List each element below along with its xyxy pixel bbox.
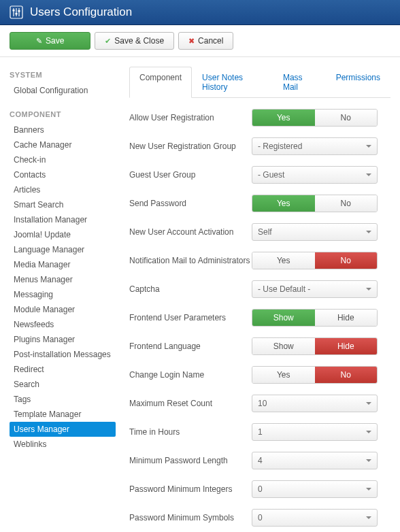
- label-guest-group: Guest User Group: [129, 170, 252, 180]
- sidebar-item-joomla-update[interactable]: Joomla! Update: [10, 227, 116, 242]
- sidebar-item-global-config[interactable]: Global Configuration: [10, 83, 116, 98]
- tab-component[interactable]: Component: [129, 67, 192, 98]
- row-pw-min-int: Password Minimum Integers0: [129, 480, 390, 498]
- row-reg-group: New User Registration Group- Registered: [129, 137, 390, 155]
- toggle-opt-allow-reg-0[interactable]: Yes: [252, 110, 315, 126]
- label-reg-group: New User Registration Group: [129, 142, 252, 151]
- select-pw-min-int[interactable]: 0: [252, 480, 378, 498]
- toggle-opt-notif-admin-0[interactable]: Yes: [252, 252, 315, 269]
- page-title: Users Configuration: [30, 5, 132, 19]
- toggle-opt-fe-lang-1[interactable]: Hide: [315, 338, 378, 354]
- sidebar-item-smart-search[interactable]: Smart Search: [10, 197, 116, 212]
- sidebar-item-users-manager[interactable]: Users Manager: [10, 422, 116, 437]
- sidebar-item-cache-manager[interactable]: Cache Manager: [10, 137, 116, 152]
- row-notif-admin: Notification Mail to AdministratorsYesNo: [129, 252, 390, 269]
- toggle-opt-allow-reg-1[interactable]: No: [315, 110, 378, 126]
- select-pw-min-sym[interactable]: 0: [252, 509, 378, 527]
- sidebar-item-module-manager[interactable]: Module Manager: [10, 302, 116, 317]
- svg-rect-4: [13, 10, 15, 12]
- sidebar-item-contacts[interactable]: Contacts: [10, 167, 116, 182]
- toggle-opt-fe-params-1[interactable]: Hide: [315, 310, 378, 326]
- select-reg-group[interactable]: - Registered: [252, 137, 378, 155]
- toggle-opt-fe-lang-0[interactable]: Show: [252, 338, 315, 354]
- toggle-opt-fe-params-0[interactable]: Show: [252, 310, 315, 326]
- toggle-send-pw[interactable]: YesNo: [252, 195, 378, 212]
- save-label: Save: [46, 36, 64, 46]
- select-max-reset[interactable]: 10: [252, 395, 378, 412]
- sidebar-item-template-manager[interactable]: Template Manager: [10, 407, 116, 422]
- label-notif-admin: Notification Mail to Administrators: [129, 256, 252, 265]
- label-pw-min-sym: Password Minimum Symbols: [129, 513, 252, 522]
- label-max-reset: Maximum Reset Count: [129, 399, 252, 408]
- row-captcha: Captcha- Use Default -: [129, 280, 390, 298]
- toggle-fe-params[interactable]: ShowHide: [252, 309, 378, 327]
- toggle-opt-send-pw-1[interactable]: No: [315, 195, 378, 212]
- select-captcha[interactable]: - Use Default -: [252, 280, 378, 298]
- label-send-pw: Send Password: [129, 199, 252, 208]
- toggle-opt-change-login-0[interactable]: Yes: [252, 367, 315, 383]
- select-time-hours[interactable]: 1: [252, 423, 378, 441]
- toggle-fe-lang[interactable]: ShowHide: [252, 337, 378, 355]
- label-pw-min-int: Password Minimum Integers: [129, 484, 252, 494]
- sidebar-item-search[interactable]: Search: [10, 377, 116, 392]
- row-allow-reg: Allow User RegistrationYesNo: [129, 109, 390, 127]
- sidebar-item-newsfeeds[interactable]: Newsfeeds: [10, 317, 116, 332]
- toggle-opt-send-pw-0[interactable]: Yes: [252, 195, 315, 212]
- sidebar-item-installation-manager[interactable]: Installation Manager: [10, 212, 116, 227]
- row-max-reset: Maximum Reset Count10: [129, 395, 390, 412]
- sidebar-item-plugins-manager[interactable]: Plugins Manager: [10, 332, 116, 347]
- row-fe-lang: Frontend LanguageShowHide: [129, 337, 390, 355]
- row-pw-min-sym: Password Minimum Symbols0: [129, 509, 390, 527]
- select-guest-group[interactable]: - Guest: [252, 166, 378, 184]
- form: Allow User RegistrationYesNoNew User Reg…: [129, 98, 390, 532]
- sidebar-item-banners[interactable]: Banners: [10, 122, 116, 137]
- check-icon: ✔: [105, 37, 111, 46]
- row-guest-group: Guest User Group- Guest: [129, 166, 390, 184]
- sliders-icon: [10, 5, 23, 19]
- sidebar-head-component: COMPONENT: [10, 110, 116, 118]
- svg-rect-5: [16, 13, 18, 15]
- sidebar-item-articles[interactable]: Articles: [10, 182, 116, 197]
- sidebar-item-tags[interactable]: Tags: [10, 392, 116, 407]
- main-area: SYSTEM Global Configuration COMPONENT Ba…: [0, 57, 400, 532]
- tab-user-notes-history[interactable]: User Notes History: [192, 67, 273, 98]
- sidebar-item-weblinks[interactable]: Weblinks: [10, 437, 116, 452]
- tab-permissions[interactable]: Permissions: [326, 67, 390, 98]
- sidebar-item-media-manager[interactable]: Media Manager: [10, 257, 116, 272]
- cancel-label: Cancel: [198, 36, 223, 46]
- save-close-button[interactable]: ✔ Save & Close: [95, 32, 174, 50]
- tabs: ComponentUser Notes HistoryMass MailPerm…: [129, 67, 390, 98]
- tab-mass-mail[interactable]: Mass Mail: [273, 67, 326, 98]
- label-min-pw-len: Minimum Password Length: [129, 456, 252, 465]
- toggle-opt-change-login-1[interactable]: No: [315, 367, 378, 383]
- row-fe-params: Frontend User ParametersShowHide: [129, 309, 390, 327]
- sidebar-item-check-in[interactable]: Check-in: [10, 152, 116, 167]
- sidebar-item-post-installation-messages[interactable]: Post-installation Messages: [10, 347, 116, 362]
- row-change-login: Change Login NameYesNo: [129, 366, 390, 384]
- toolbar: ✎ Save ✔ Save & Close ✖ Cancel: [0, 25, 400, 57]
- sidebar-item-messaging[interactable]: Messaging: [10, 287, 116, 302]
- content-area: ComponentUser Notes HistoryMass MailPerm…: [116, 57, 400, 532]
- row-activation: New User Account ActivationSelf: [129, 223, 390, 241]
- select-activation[interactable]: Self: [252, 223, 378, 241]
- sidebar-item-redirect[interactable]: Redirect: [10, 362, 116, 377]
- apply-icon: ✎: [36, 37, 42, 46]
- sidebar-item-menus-manager[interactable]: Menus Manager: [10, 272, 116, 287]
- sidebar-head-system: SYSTEM: [10, 71, 116, 79]
- toggle-allow-reg[interactable]: YesNo: [252, 109, 378, 127]
- cancel-icon: ✖: [188, 37, 195, 46]
- label-captcha: Captcha: [129, 284, 252, 294]
- row-min-pw-len: Minimum Password Length4: [129, 452, 390, 469]
- toggle-notif-admin[interactable]: YesNo: [252, 252, 378, 269]
- save-button[interactable]: ✎ Save: [10, 32, 90, 50]
- svg-rect-6: [18, 10, 20, 12]
- cancel-button[interactable]: ✖ Cancel: [178, 32, 233, 50]
- page-header: Users Configuration: [0, 0, 400, 25]
- sidebar-item-language-manager[interactable]: Language Manager: [10, 242, 116, 257]
- label-allow-reg: Allow User Registration: [129, 113, 252, 122]
- select-min-pw-len[interactable]: 4: [252, 452, 378, 469]
- save-close-label: Save & Close: [114, 36, 164, 46]
- toggle-change-login[interactable]: YesNo: [252, 366, 378, 384]
- label-activation: New User Account Activation: [129, 227, 252, 237]
- toggle-opt-notif-admin-1[interactable]: No: [315, 252, 378, 269]
